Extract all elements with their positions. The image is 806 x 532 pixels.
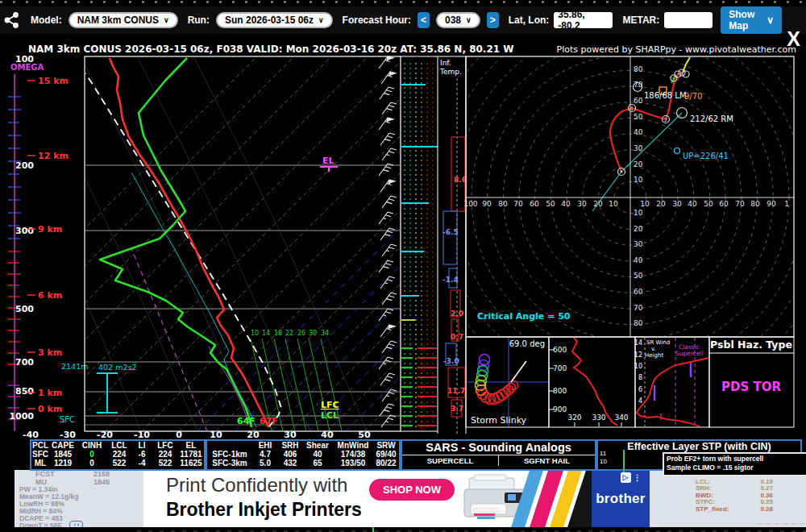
ring-label: 50 [546,200,555,208]
inf-temp-value: -1.4 [442,276,459,284]
srw-height-label: 8 [638,374,642,381]
mixing-label: 30 [309,330,317,337]
cell: 11625 [178,459,204,468]
sharppy-sounding-app: Model: NAM 3km CONUS ∨ Run: Sun 2026-03-… [0,0,806,532]
srw-height-label: 6 [638,386,642,393]
ad-creative[interactable]: Print Confidently with SHOP NOW Brother … [143,470,650,527]
ring-label: 80 [634,65,643,73]
stp-tooltip: Prob EF2+ torn with supercell Sample CLI… [663,452,806,476]
stat-label: STP_fixed: [696,506,729,513]
cell: 80/22 [373,459,399,468]
sars-panel: SARS - Sounding Analogs SUPERCELL SGFNT … [401,439,596,471]
sars-hail-column[interactable]: SGFNT HAIL [498,455,595,466]
stp-scale-label: 10 [600,458,607,465]
col-header: CINH [77,441,107,450]
thetae-x-label: 330 [592,414,605,422]
el-label: EL [322,156,334,166]
table-header-row: PCL CAPE CINH LCL LI LFC EL [31,441,204,450]
hazard-panel: Psbl Haz. Type PDS TOR [709,337,794,427]
col-header: CAPE [49,441,77,450]
thetae-x-label: 320 [567,414,581,422]
srw-title: v. [651,346,656,352]
ring-label: 50 [634,272,643,280]
effective-inflow-marker [97,373,118,413]
stp-box-whisker-ghost [758,523,804,525]
inf-temp-value: 0.7 [451,333,463,341]
parcel-trace [74,58,281,427]
cell: 4.7 [252,450,278,459]
pressure-label: 100 [15,54,34,64]
ring-label: 10 [634,176,643,184]
pressure-label: 500 [15,304,34,314]
col-header [207,441,252,450]
cell: 1845 [49,450,77,459]
height-label: 9 km [38,224,62,235]
inf-temp-value: 3.7 [451,405,463,413]
srw-title: SR Wind [646,339,670,346]
thermodynamic-table: PCL CAPE CINH LCL LI LFC EL SFC 1845 0 2… [30,439,206,471]
inf-temp-value: 11.7 [447,387,465,395]
cell: 224 [152,450,178,459]
advection-columns [401,63,438,429]
thetae-x-label: 340 [614,414,628,422]
cell: 5.0 [252,459,278,468]
kebab-menu-icon: ⋮ [634,472,642,483]
attribution: Plots powered by SHARPpy - www.pivotalwe… [557,44,796,55]
ad-info-icon[interactable] [69,521,83,527]
adchoices-play-icon: ▷ [621,472,631,483]
close-button[interactable]: X [787,29,800,48]
hodo-ring-labels: 80 70 60 50 40 30 20 10 10 20 30 40 50 6… [463,65,788,327]
sr-wind-panel: 14 12 10 8 6 4 SR Wind v. Height Classic… [634,337,709,427]
ring-label: 40 [634,256,643,264]
ring-label: 70 [634,81,643,89]
ring-label: 20 [656,200,666,208]
stp-tooltip-line: Sample CLIMO = .15 sigtor [667,463,805,472]
cell: 0 [77,450,107,459]
col-header: LI [131,441,152,450]
stp-scale-label: 11 [600,450,606,457]
slinky-title: Storm Slinky [471,415,527,426]
theta-e-panel: 600 700 800 900 320 330 340 [549,337,635,427]
ring-label: 1 [784,200,789,208]
cell: 40 [302,450,333,459]
pressure-label: 300 [15,226,34,236]
ring-label: 90 [767,200,776,208]
el-marker [320,167,338,172]
inf-temp-header: Inf. [440,59,451,67]
ring-label: 40 [688,200,697,208]
ring-label: 70 [735,200,745,208]
hodograph: 1 2 80 70 60 50 40 30 20 10 10 20 30 40 … [408,0,806,420]
adchoices-icon[interactable]: ▷ ⋮ [621,472,642,483]
cell: -4 [131,459,152,468]
sounding-title: NAM 3km CONUS 2026-03-15 06z, F038 VALID… [28,44,514,55]
ring-label: 80 [634,319,643,327]
ring-label: 60 [634,288,643,296]
sars-supercell-column[interactable]: SUPERCELL [402,455,498,466]
cell: 522 [107,459,131,468]
skewt-interior: 10 14 18 22 26 30 34 [0,56,739,431]
ring-label: 50 [704,200,713,208]
sr-wind-trace [637,358,708,426]
cell: 224 [107,450,131,459]
cell: SFC [31,450,49,459]
cell: 69/40 [373,450,399,459]
stat-value: 0.28 [760,506,773,513]
pressure-label: 200 [15,160,34,171]
theta-e-trace [572,338,617,426]
inf-temp-header: Temp. [439,68,462,76]
ad-banner-strip: FCST2158 MU1845 PW = 1.34in MeanW = 12.1… [15,470,806,527]
cell: 11781 [178,450,204,459]
cell: 406 [278,450,302,459]
table-row: SFC 1845 0 224 -6 224 11781 [31,450,204,459]
ad-headline: Print Confidently with [166,474,347,497]
marker-1: 1 [630,106,634,112]
ring-label: 40 [561,200,571,208]
thetae-pressure-label: 900 [553,405,567,414]
brother-logo-text: brother [596,491,646,507]
col-header: PCL [31,441,49,450]
stp-tooltip-line: Prob EF2+ torn with supercell [667,455,805,463]
inflow-srh-label: 402 m2s2 [98,363,136,372]
shop-now-button[interactable]: SHOP NOW [369,479,455,501]
height-label: 3 km [38,347,62,358]
ring-label: 60 [530,200,539,208]
